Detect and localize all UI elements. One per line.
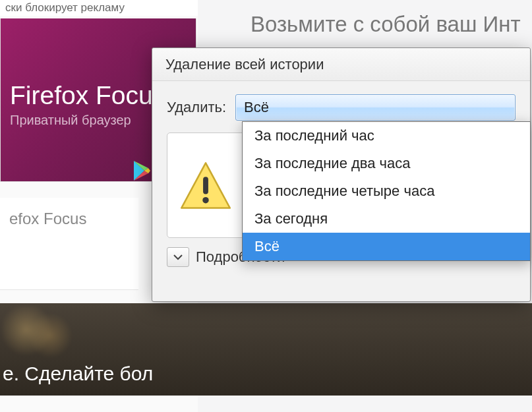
time-range-label: Удалить: — [167, 99, 226, 116]
dark-banner: е. Сделайте бол — [0, 303, 532, 396]
dark-banner-text: е. Сделайте бол — [0, 363, 153, 385]
time-range-dropdown[interactable]: За последний час За последние два часа З… — [242, 121, 531, 261]
promo-caption: efox Focus — [0, 198, 138, 290]
adblock-note: ски блокирует рекламу — [0, 0, 198, 16]
page-headline: Возьмите с собой ваш Инт — [251, 12, 521, 37]
time-range-select[interactable]: Всё — [235, 94, 516, 121]
svg-point-1 — [202, 197, 208, 203]
google-play-icon — [133, 160, 151, 181]
option-today[interactable]: За сегодня — [243, 205, 530, 233]
option-everything[interactable]: Всё — [243, 233, 530, 260]
option-last-two-hours[interactable]: За последние два часа — [243, 150, 530, 177]
option-last-hour[interactable]: За последний час — [243, 122, 530, 150]
time-range-value: Всё — [244, 99, 269, 116]
details-toggle-button[interactable] — [167, 247, 189, 267]
dialog-title: Удаление всей истории — [152, 48, 530, 81]
chevron-down-icon — [173, 253, 183, 261]
option-last-four-hours[interactable]: За последние четыре часа — [243, 177, 530, 205]
banner-image-blur — [3, 306, 82, 365]
warning-icon — [178, 160, 233, 215]
svg-rect-0 — [203, 177, 208, 194]
